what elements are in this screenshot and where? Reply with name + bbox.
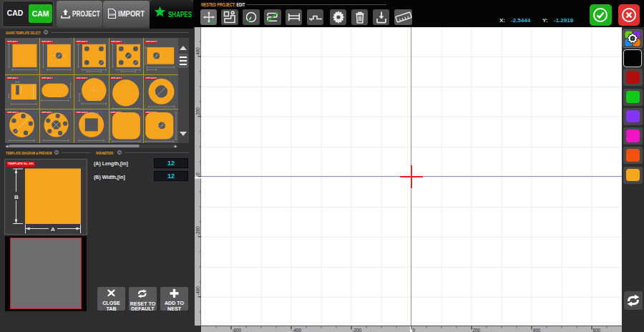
svg-text:-200: -200 [353,328,362,332]
svg-text:-600: -600 [233,328,242,332]
svg-text:200: 200 [473,328,481,332]
svg-text:DXF: DXF [109,13,115,16]
svg-text:0: 0 [195,172,200,175]
svg-text:0: 0 [413,328,416,332]
svg-text:400: 400 [195,47,200,55]
svg-text:-200: -200 [195,226,200,235]
svg-text:-400: -400 [195,286,200,296]
svg-text:400: 400 [533,328,541,332]
svg-text:200: 200 [195,107,200,115]
svg-text:B: B [14,194,19,200]
svg-text:A: A [51,226,55,233]
svg-text:-400: -400 [293,328,302,332]
svg-text:600: 600 [593,328,601,332]
